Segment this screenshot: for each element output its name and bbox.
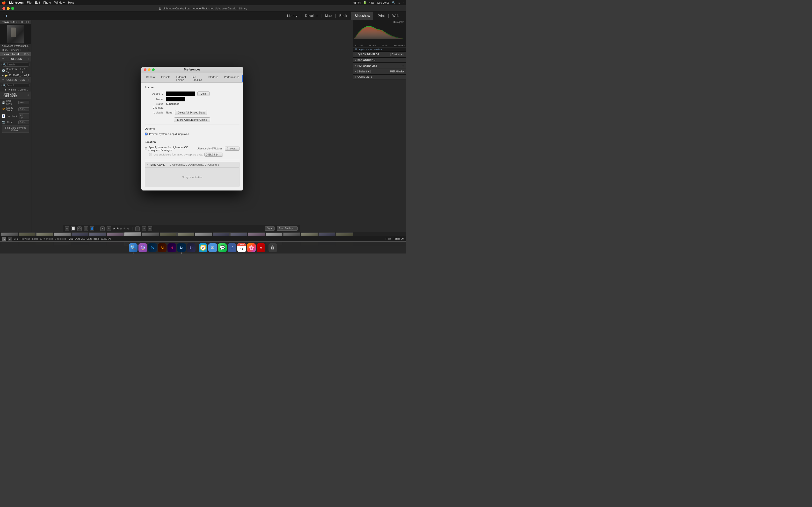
dock-trash[interactable]: 🗑: [268, 243, 277, 252]
menu-help[interactable]: Help: [68, 1, 74, 4]
folder-israel[interactable]: ▶ 📁 20170625_Israel_P... 1277: [0, 74, 31, 77]
dock-illustrator[interactable]: Ai: [158, 243, 166, 252]
folders-search-input[interactable]: [7, 63, 28, 66]
navigator-panel-header[interactable]: ▼ Navigator FIT FILL 1:1 3:1: [0, 20, 31, 24]
nav-slideshow[interactable]: Slideshow: [351, 12, 373, 20]
catalog-quick-collection[interactable]: Quick Collection + 0: [0, 48, 31, 52]
star-2[interactable]: ★: [116, 227, 119, 230]
next-arrow[interactable]: ▶: [17, 237, 19, 240]
collections-panel-header[interactable]: ▼ Collections +: [0, 77, 31, 83]
dock-mail[interactable]: ✉: [208, 243, 217, 252]
dock-acrobat[interactable]: A: [257, 243, 265, 252]
flag-pick-button[interactable]: ⚑: [100, 226, 105, 231]
tab-interface[interactable]: Interface: [205, 74, 221, 82]
custom-preset-dropdown[interactable]: Custom ▾: [390, 53, 404, 56]
folder-drive-macintosh[interactable]: 💽 Macintosh HD 0.7 / 1 TB: [0, 67, 31, 74]
nav-fit[interactable]: FIT: [19, 21, 23, 23]
find-more-services-button[interactable]: Find More Services Online...: [2, 125, 29, 133]
prevent-sleep-checkbox[interactable]: ✓: [145, 132, 148, 135]
maximize-button[interactable]: [11, 7, 14, 10]
smart-collection-item[interactable]: ▶ ⚙ Smart Collecti...: [0, 88, 31, 92]
star-1[interactable]: ★: [113, 227, 116, 230]
sync-settings-button[interactable]: Sync Settings...: [277, 226, 298, 231]
dock-safari[interactable]: 🧭: [199, 243, 207, 252]
dock-photos[interactable]: 🌸: [247, 243, 256, 252]
nav-fill[interactable]: FILL: [24, 21, 30, 23]
menu-window[interactable]: Window: [54, 1, 65, 4]
compare-view-button[interactable]: XY: [77, 226, 82, 231]
dock-calendar[interactable]: WED 14: [237, 243, 246, 252]
specify-location-checkbox[interactable]: [145, 147, 147, 150]
publish-add-button[interactable]: +: [27, 94, 29, 97]
dock-spotlight[interactable]: 🔮: [139, 243, 147, 252]
keyword-list-header[interactable]: ▶ Keyword List +: [353, 62, 406, 69]
nav-book[interactable]: Book: [336, 12, 350, 20]
catalog-previous-import[interactable]: Previous Import 1277: [0, 52, 31, 56]
folders-search-box[interactable]: 🔍: [1, 62, 30, 67]
publish-facebook[interactable]: f Facebook Set Up...: [0, 113, 31, 120]
modal-minimize-button[interactable]: [148, 68, 151, 71]
minimize-button[interactable]: [7, 7, 10, 10]
star-3[interactable]: ★: [120, 227, 122, 230]
date-format-select[interactable]: 2018/03-14 ⌄: [204, 153, 223, 157]
nav-library[interactable]: Library: [284, 12, 301, 20]
nav-develop[interactable]: Develop: [302, 12, 321, 20]
publish-hd-setup[interactable]: Set Up...: [18, 101, 29, 104]
star-4[interactable]: ★: [123, 227, 126, 230]
nav-web[interactable]: Web: [389, 12, 403, 20]
flag-unflag-button[interactable]: ⚐: [107, 226, 111, 231]
tab-external-editing[interactable]: External Editing: [173, 74, 188, 82]
menu-photo[interactable]: Photo: [43, 1, 51, 4]
prev-arrow[interactable]: ◀: [13, 237, 15, 240]
keyword-list-add-icon[interactable]: +: [402, 64, 404, 68]
folders-panel-header[interactable]: ▼ Folders +: [0, 56, 31, 62]
metadata-header[interactable]: ▶ Default ▾ Metadata: [353, 69, 406, 74]
tab-performance[interactable]: Performance: [221, 74, 242, 82]
search-menubar-icon[interactable]: 🔍: [392, 1, 395, 4]
page-2[interactable]: 2: [8, 237, 12, 241]
metadata-preset-dropdown[interactable]: Default ▾: [357, 70, 371, 73]
join-button[interactable]: Join: [197, 91, 209, 96]
page-1[interactable]: 1: [2, 237, 6, 241]
filter-value[interactable]: Filters Off: [394, 237, 404, 240]
crop-button[interactable]: ⊞: [148, 226, 152, 231]
menu-edit[interactable]: Edit: [35, 1, 40, 4]
sync-button[interactable]: Sync: [265, 226, 274, 231]
publish-flickr[interactable]: 📷 Flickr Set Up...: [0, 120, 31, 125]
publish-flickr-setup[interactable]: Set Up...: [18, 120, 29, 124]
dock-messages[interactable]: 💬: [218, 243, 227, 252]
choose-location-button[interactable]: Choose...: [225, 147, 240, 151]
dock-messenger[interactable]: f: [227, 243, 236, 252]
comments-header[interactable]: ▶ Comments: [353, 74, 406, 79]
nav-map[interactable]: Map: [322, 12, 335, 20]
dock-bridge[interactable]: Br: [187, 243, 196, 252]
dock-indesign[interactable]: Id: [167, 243, 176, 252]
app-name[interactable]: Lightroom: [9, 1, 23, 4]
publish-stock-setup[interactable]: Set Up...: [18, 107, 29, 111]
rotate-cw-button[interactable]: ↻: [142, 226, 146, 231]
publish-fb-setup[interactable]: Set Up...: [18, 113, 29, 119]
tab-lightroom-sync[interactable]: Lightroom Sync: [242, 74, 243, 82]
menu-file[interactable]: File: [27, 1, 32, 4]
dock-finder[interactable]: 🔍: [129, 243, 138, 252]
keywording-header[interactable]: ▶ Keywording: [353, 57, 406, 62]
dock-photoshop[interactable]: Ps: [148, 243, 157, 252]
rotate-ccw-button[interactable]: ↺: [135, 226, 140, 231]
subfolders-checkbox[interactable]: [149, 153, 152, 156]
siri-icon[interactable]: ◎: [398, 1, 400, 4]
modal-maximize-button[interactable]: [152, 68, 155, 71]
tab-general[interactable]: General: [143, 74, 158, 82]
close-button[interactable]: [2, 7, 5, 10]
people-view-button[interactable]: 👤: [90, 226, 94, 231]
dock-lightroom[interactable]: Lr: [177, 243, 186, 252]
collections-search-input[interactable]: [7, 84, 28, 87]
publish-adobe-stock[interactable]: St Adobe Stock Set Up...: [0, 106, 31, 113]
sync-activity-header[interactable]: ▼ Sync Activity ( 0 Uploading, 0 Downloa…: [145, 162, 239, 168]
catalog-all-synced[interactable]: All Synced Photographs 0: [0, 44, 31, 48]
star-5[interactable]: ★: [126, 227, 129, 230]
tab-presets[interactable]: Presets: [158, 74, 173, 82]
quick-develop-header[interactable]: ▼ Quick Develop Custom ▾: [353, 51, 406, 57]
star-rating[interactable]: ★ ★ ★ ★ ★: [113, 227, 129, 230]
publish-services-panel-header[interactable]: ▼ Publish Services +: [0, 92, 31, 99]
publish-hard-drive[interactable]: 💾 Hard Drive Set Up...: [0, 99, 31, 106]
